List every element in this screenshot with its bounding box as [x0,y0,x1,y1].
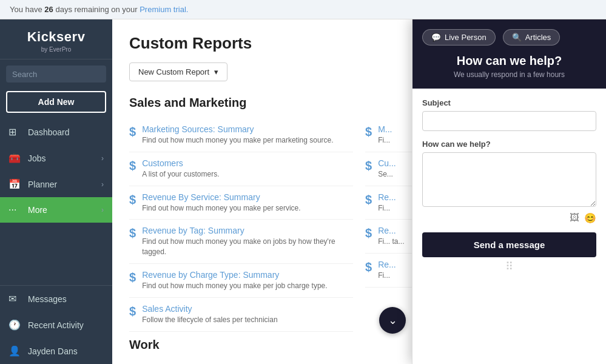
list-item: $ Revenue by Charge Type: Summary Find o… [129,264,353,298]
more-chevron: › [101,206,104,214]
report-link-marketing-sources[interactable]: Marketing Sources: Summary [142,124,254,134]
dollar-icon-r2: $ [365,159,372,173]
help-subtitle: We usually respond in a few hours [422,70,596,79]
dollar-icon-1: $ [129,125,136,139]
help-title: How can we help? [422,54,596,68]
dollar-icon-2: $ [129,159,136,173]
report-link-revenue-charge[interactable]: Revenue by Charge Type: Summary [142,270,279,280]
sidebar-label-dashboard: Dashboard [28,127,104,137]
top-bar: You have 26 days remaining on your Premi… [0,0,606,19]
sidebar-label-messages: Messages [28,294,104,304]
trial-days: 26 [44,5,53,14]
sidebar-item-recent-activity[interactable]: 🕐 Recent Activity [0,312,112,338]
report-link-r2[interactable]: Cu... [378,158,396,168]
report-info-5: Revenue by Charge Type: Summary Find out… [142,270,353,291]
report-info-3: Revenue By Service: Summary Find out how… [142,192,353,214]
brand-sub: by EverPro [7,46,105,53]
report-link-customers[interactable]: Customers [142,158,183,168]
more-icon: ··· [8,204,22,215]
list-item: $ Sales Activity Follow the lifecycle of… [129,298,353,332]
report-link-r1[interactable]: M... [378,124,392,134]
planner-chevron: › [101,180,104,189]
reports-left-col: $ Marketing Sources: Summary Find out ho… [129,118,353,332]
sidebar-bottom: ✉ Messages 🕐 Recent Activity 👤 Jayden Da… [0,285,112,364]
report-desc-3: Find out how much money you make per ser… [142,203,353,214]
dollar-icon-5: $ [129,271,136,285]
resize-handle[interactable]: ⠿ [422,257,596,275]
list-item: $ Revenue by Tag: Summary Find out how m… [129,220,353,264]
report-link-r3[interactable]: Re... [378,192,396,202]
sidebar-item-user[interactable]: 👤 Jayden Dans [0,338,112,364]
sidebar-label-more: More [28,205,101,215]
sidebar-item-jobs[interactable]: 🧰 Jobs › [0,145,112,171]
sidebar-label-jobs: Jobs [28,153,101,163]
sidebar-brand: Kickserv by EverPro [0,19,112,59]
new-custom-report-button[interactable]: New Custom Report ▾ [129,62,227,81]
report-info-1: Marketing Sources: Summary Find out how … [142,124,353,146]
list-item: $ Revenue By Service: Summary Find out h… [129,186,353,220]
sidebar-label-planner: Planner [28,180,101,189]
dollar-icon-r5: $ [365,260,372,274]
help-tab-articles[interactable]: 🔍 Articles [503,29,561,46]
report-link-revenue-service[interactable]: Revenue By Service: Summary [142,192,260,202]
dollar-icon-4: $ [129,226,136,240]
new-report-label: New Custom Report [138,67,209,76]
report-desc-6: Follow the lifecycle of sales per techni… [142,315,353,325]
dollar-icon-r1: $ [365,125,372,139]
message-textarea[interactable] [422,152,596,207]
report-link-sales-activity[interactable]: Sales Activity [142,304,192,314]
report-link-r5[interactable]: Re... [378,260,396,269]
dropdown-arrow: ▾ [214,67,218,76]
search-input[interactable] [12,70,112,79]
image-upload-icon[interactable]: 🖼 [570,212,579,224]
sidebar-item-planner[interactable]: 📅 Planner › [0,171,112,197]
trial-link[interactable]: Premium trial. [140,5,188,14]
report-desc-4: Find out how much money you make on jobs… [142,237,353,257]
subject-input[interactable] [422,111,596,131]
live-person-label: Live Person [445,33,486,42]
dollar-icon-3: $ [129,193,136,207]
sidebar-item-messages[interactable]: ✉ Messages [0,286,112,312]
dollar-icon-6: $ [129,305,136,318]
list-item: $ Marketing Sources: Summary Find out ho… [129,118,353,152]
jobs-icon: 🧰 [8,152,22,164]
emoji-icon[interactable]: 😊 [584,212,596,224]
report-link-r4[interactable]: Re... [378,226,396,235]
content-area: Custom Reports New Custom Report ▾ Sales… [112,19,606,364]
report-desc-2: A list of your customers. [142,169,353,180]
scroll-down-button[interactable]: ⌄ [379,307,406,334]
chevron-down-icon: ⌄ [388,314,397,327]
report-info-2: Customers A list of your customers. [142,158,353,180]
articles-search-icon: 🔍 [512,33,522,42]
help-widget: 💬 Live Person 🔍 Articles How can we help… [412,19,606,364]
list-item: $ Customers A list of your customers. [129,152,353,186]
help-tab-live-person[interactable]: 💬 Live Person [422,29,496,46]
articles-label: Articles [525,33,551,42]
help-body: Subject How can we help? 🖼 😊 Send a mess… [412,89,606,364]
send-message-button[interactable]: Send a message [422,232,596,257]
trial-prefix: You have [10,5,44,14]
sidebar: Kickserv by EverPro 🔍 Add New ⊞ Dashboar… [0,19,112,364]
dollar-icon-r4: $ [365,226,372,240]
trial-suffix: days remaining on your [55,5,140,14]
search-wrapper[interactable]: 🔍 [6,66,106,83]
sidebar-item-more[interactable]: ··· More › [0,197,112,223]
sidebar-item-dashboard[interactable]: ⊞ Dashboard [0,119,112,145]
textarea-tools: 🖼 😊 [422,212,596,224]
sidebar-search-area: 🔍 [0,59,112,89]
help-tabs: 💬 Live Person 🔍 Articles [422,29,596,46]
add-new-button[interactable]: Add New [6,91,106,113]
dashboard-icon: ⊞ [8,126,22,138]
report-desc-5: Find out how much money you make per job… [142,281,353,291]
user-avatar-icon: 👤 [8,345,22,357]
messages-icon: ✉ [8,293,22,305]
report-link-revenue-tag[interactable]: Revenue by Tag: Summary [142,226,244,235]
live-person-icon: 💬 [431,33,441,42]
help-header: 💬 Live Person 🔍 Articles How can we help… [412,19,606,89]
brand-name: Kickserv [7,29,105,45]
report-info-6: Sales Activity Follow the lifecycle of s… [142,304,353,325]
sidebar-label-recent-activity: Recent Activity [28,320,104,330]
report-desc-1: Find out how much money you make per mar… [142,135,353,146]
sidebar-label-user: Jayden Dans [28,346,104,356]
jobs-chevron: › [101,154,104,163]
